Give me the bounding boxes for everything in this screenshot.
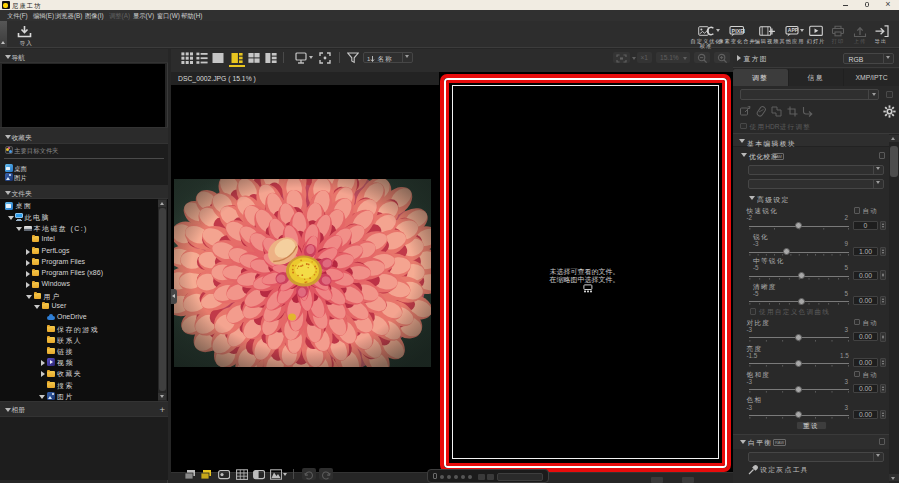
svg-text:PIXEL: PIXEL [732,28,745,34]
svg-text:1: 1 [367,56,371,62]
svg-text:APP: APP [788,27,799,33]
